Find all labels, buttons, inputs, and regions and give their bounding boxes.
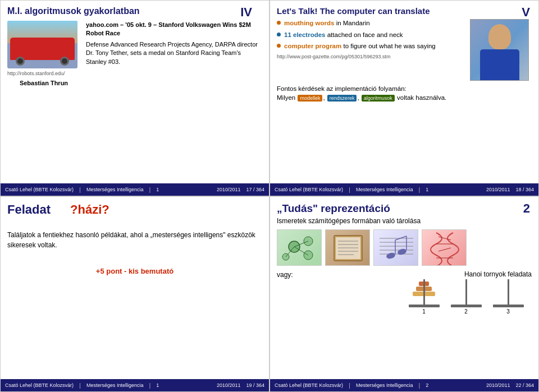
slide-22-section-label: 2 <box>523 201 530 216</box>
slide-18: V Let's Talk! The computer can translate… <box>270 0 539 196</box>
slide-19-footer-author: Csató Lehel (BBTE Kolozsvár) <box>5 382 74 388</box>
slide-17-main-text: yahoo.com – '05 okt. 9 – Stanford Volksw… <box>86 21 262 38</box>
slide-22-footer-year: 2010/2011 <box>486 382 510 388</box>
hanoi-pole-2 <box>465 279 467 305</box>
person-body <box>480 49 519 80</box>
knowledge-image-music <box>373 229 418 266</box>
slide-18-lower: Fontos kérdések az implementáció folyamá… <box>277 85 532 102</box>
slide-18-footer-number: 1 <box>426 187 428 192</box>
slide-17-section-label: IV <box>240 5 252 20</box>
slide-19-footer-page: 19 / 364 <box>246 382 264 388</box>
slide-22-footer-course: Mesterséges Intelligencia <box>356 382 413 388</box>
slide-22-bottom: vagy: Hanoi tornyok feladata 1 <box>277 270 532 315</box>
slide-17-title: M.I. algoritmusok gyakorlatban <box>7 6 262 16</box>
bullet-dot-1 <box>277 21 281 25</box>
knowledge-image-molecule <box>277 229 322 266</box>
car-image <box>7 21 77 68</box>
slide-19-footer-course: Mesterséges Intelligencia <box>86 382 144 388</box>
slide-18-footer-year: 2010/2011 <box>486 187 510 192</box>
hanoi-label-3: 3 <box>506 308 510 315</box>
knowledge-image-book <box>325 229 370 266</box>
slide-22-images-row <box>277 229 532 266</box>
svg-point-21 <box>397 248 407 256</box>
hanoi-label-1: 1 <box>422 308 426 315</box>
slide-19-question: ?házi? <box>70 202 109 217</box>
slide-18-highlight-3: computer program <box>284 43 341 49</box>
slide-17-url: http://robots.stanford.edu/ <box>7 71 80 76</box>
hanoi-base-1 <box>409 305 440 307</box>
slide-18-milyen: Milyen <box>277 94 295 101</box>
person-head <box>488 24 511 49</box>
slide-22-title: „Tudás" reprezentáció <box>277 202 532 215</box>
tag-algoritmusok: algoritmusok <box>362 95 395 102</box>
slide-22: 2 „Tudás" reprezentáció Ismeretek számít… <box>270 196 539 393</box>
hanoi-tower-2: 2 <box>451 282 482 315</box>
slide-19-plus-text: +5 pont - kis bemutató <box>96 267 173 275</box>
slide-18-highlight-1: mouthing words <box>284 20 334 26</box>
slide-17-person-name: Sebastian Thrun <box>7 80 80 86</box>
slide-18-footer-page: 18 / 364 <box>515 187 534 192</box>
music-svg <box>374 230 418 266</box>
slide-18-bullet-2: 11 electrodes attached on face and neck <box>277 31 465 40</box>
slide-17: IV M.I. algoritmusok gyakorlatban http:/… <box>0 0 270 196</box>
hanoi-pole-1 <box>423 279 425 305</box>
slide-22-footer-page: 22 / 364 <box>515 382 534 388</box>
slide-18-lower-text-after: voltak használva. <box>397 94 446 101</box>
slide-19-footer-year: 2010/2011 <box>217 382 241 388</box>
slide-18-title: Let's Talk! The computer can translate <box>277 6 532 16</box>
slide-19: Feladat ?házi? Találjatok a fentiekhez h… <box>0 196 270 393</box>
slide-18-lower-text-1: Fontos kérdések az implementáció folyamá… <box>277 85 532 92</box>
hanoi-base-3 <box>493 305 524 307</box>
hanoi-label-2: 2 <box>464 308 468 315</box>
book-svg <box>326 230 370 266</box>
slide-18-bullet-1: mouthing words in Mandarin <box>277 19 465 28</box>
slide-17-footer-year: 2010/2011 <box>217 187 241 192</box>
slides-container: IV M.I. algoritmusok gyakorlatban http:/… <box>0 0 539 392</box>
slide-18-footer-author: Csató Lehel (BBTE Kolozsvár) <box>275 187 343 192</box>
slide-18-url: http://www.post-gazette.com/pg/05301/596… <box>277 54 465 59</box>
slide-17-footer-number: 1 <box>156 187 159 192</box>
slide-19-title: Feladat <box>7 202 51 217</box>
hanoi-towers: 1 2 3 <box>400 282 532 315</box>
slide-18-footer-course: Mesterséges Intelligencia <box>356 187 413 192</box>
slide-22-footer-author: Csató Lehel (BBTE Kolozsvár) <box>275 382 343 388</box>
slide-19-footer: Csató Lehel (BBTE Kolozsvár) | Mesterség… <box>1 379 269 391</box>
hanoi-pole-3 <box>508 279 509 305</box>
slide-19-content: Találjatok a fentiekhez hasonló példákat… <box>7 230 262 250</box>
slide-17-footer-page: 17 / 364 <box>246 187 264 192</box>
slide-18-bullet-3: computer program to figure out what he w… <box>277 42 465 51</box>
slide-18-lower-tags-row: Milyen modellek, rendszerek, algoritmuso… <box>277 94 532 102</box>
knowledge-image-dna <box>422 229 467 266</box>
slide-17-right-text: Defense Advanced Research Projects Agenc… <box>86 40 262 66</box>
slide-18-photo <box>470 19 529 81</box>
hanoi-base-2 <box>451 305 482 307</box>
slide-18-section-label: V <box>522 5 530 20</box>
hanoi-title: Hanoi tornyok feladata <box>400 270 532 278</box>
molecule-svg <box>277 230 322 266</box>
slide-19-footer-number: 1 <box>156 382 159 388</box>
hanoi-tower-1: 1 <box>409 282 440 315</box>
slide-22-vagy: vagy: <box>277 270 389 280</box>
slide-22-footer: Csató Lehel (BBTE Kolozsvár) | Mesterség… <box>270 379 538 391</box>
slide-19-body-text: Találjatok a fentiekhez hasonló példákat… <box>7 230 262 250</box>
hanoi-tower-3: 3 <box>493 282 524 315</box>
svg-line-24 <box>438 237 451 240</box>
svg-point-19 <box>386 252 396 260</box>
slide-18-highlight-2: 11 electrodes <box>284 31 326 38</box>
bullet-dot-2 <box>277 33 281 36</box>
slide-17-footer: Csató Lehel (BBTE Kolozsvár) | Mesterség… <box>1 183 269 196</box>
slide-17-footer-course: Mesterséges Intelligencia <box>86 187 144 192</box>
slide-22-footer-number: 2 <box>426 382 428 388</box>
dna-svg <box>422 230 467 266</box>
tag-modellek: modellek <box>298 95 322 102</box>
slide-18-footer: Csató Lehel (BBTE Kolozsvár) | Mesterség… <box>270 183 538 196</box>
slide-17-footer-author: Csató Lehel (BBTE Kolozsvár) <box>5 187 74 192</box>
svg-line-26 <box>438 248 451 251</box>
bullet-dot-3 <box>277 44 281 48</box>
slide-22-hanoi: Hanoi tornyok feladata 1 <box>400 270 532 315</box>
slide-22-subtitle: Ismeretek számítógépes formában való tár… <box>277 217 532 225</box>
tag-rendszerek: rendszerek <box>327 95 357 102</box>
